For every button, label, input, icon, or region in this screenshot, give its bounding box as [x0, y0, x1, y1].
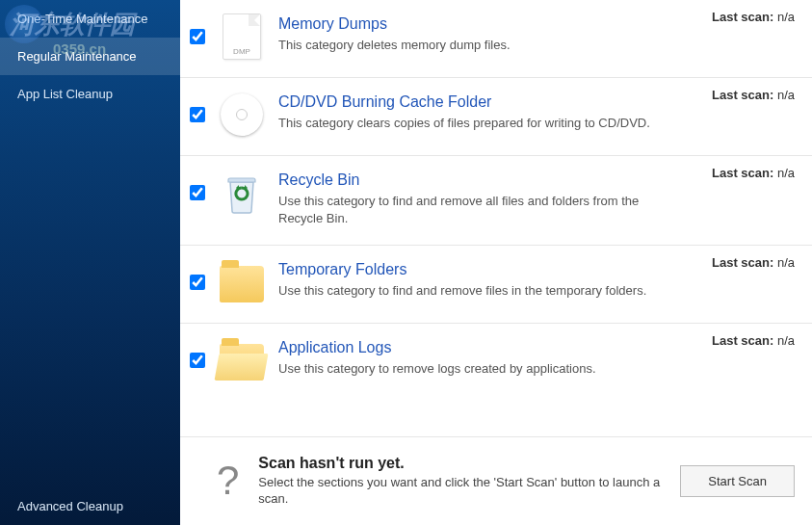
category-description: Use this category to find and remove fil… — [278, 282, 683, 300]
sidebar-item-regular-maintenance[interactable]: Regular Maintenance — [0, 38, 180, 75]
scan-status-description: Select the sections you want and click t… — [258, 474, 663, 508]
start-scan-button[interactable]: Start Scan — [680, 465, 795, 497]
footer-bar: ? Scan hasn't run yet. Select the sectio… — [180, 436, 812, 525]
sidebar-item-one-time-maintenance[interactable]: One-Time Maintenance — [0, 0, 180, 38]
question-mark-icon: ? — [217, 458, 239, 504]
memory-dump-icon — [219, 13, 265, 60]
category-description: Use this category to remove logs created… — [278, 360, 683, 378]
folder-open-icon — [219, 337, 265, 383]
category-description: This category deletes memory dump files. — [278, 37, 683, 54]
scan-status-title: Scan hasn't run yet. — [258, 455, 680, 472]
folder-icon — [219, 259, 265, 305]
category-description: This category clears copies of files pre… — [278, 115, 683, 132]
category-memory-dumps[interactable]: Memory Dumps This category deletes memor… — [180, 0, 812, 78]
last-scan-label: Last scan: n/a — [712, 255, 795, 270]
category-checkbox[interactable] — [190, 353, 205, 368]
last-scan-label: Last scan: n/a — [712, 166, 795, 180]
category-cd-dvd-burning-cache[interactable]: CD/DVD Burning Cache Folder This categor… — [180, 78, 812, 156]
category-checkbox[interactable] — [190, 275, 205, 290]
last-scan-label: Last scan: n/a — [712, 88, 795, 102]
recycle-bin-icon — [219, 170, 265, 216]
category-checkbox[interactable] — [190, 107, 205, 122]
sidebar-item-app-list-cleanup[interactable]: App List Cleanup — [0, 75, 180, 113]
category-list: Memory Dumps This category deletes memor… — [180, 0, 812, 436]
last-scan-label: Last scan: n/a — [712, 333, 795, 348]
last-scan-label: Last scan: n/a — [712, 10, 795, 24]
category-description: Use this category to find and remove all… — [278, 193, 683, 227]
category-recycle-bin[interactable]: Recycle Bin Use this category to find an… — [180, 156, 812, 246]
category-application-logs[interactable]: Application Logs Use this category to re… — [180, 324, 812, 401]
sidebar: 河东软件园 0359.cn One-Time Maintenance Regul… — [0, 0, 180, 525]
category-checkbox[interactable] — [190, 29, 205, 44]
main-panel: Memory Dumps This category deletes memor… — [180, 0, 812, 525]
cd-icon — [219, 92, 265, 138]
category-temporary-folders[interactable]: Temporary Folders Use this category to f… — [180, 246, 812, 324]
sidebar-item-advanced-cleanup[interactable]: Advanced Cleanup — [0, 487, 180, 525]
category-checkbox[interactable] — [190, 185, 205, 200]
